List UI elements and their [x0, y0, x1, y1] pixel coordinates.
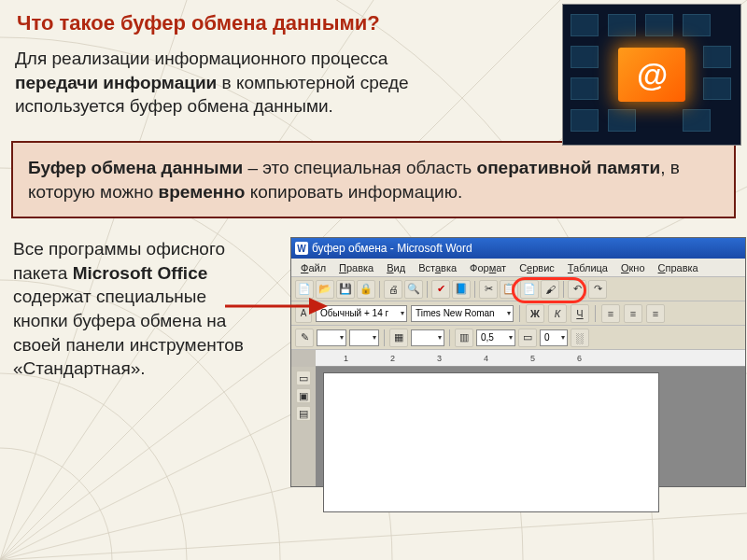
style-combo[interactable]: Обычный + 14 г [316, 305, 407, 322]
menu-help[interactable]: Справка [653, 260, 704, 275]
research-button[interactable]: 📘 [452, 280, 471, 299]
align-left-button[interactable]: ≡ [601, 304, 620, 323]
view-buttons-gutter: ▭ ▣ ▤ [291, 367, 316, 486]
word-menubar: Файл Правка Вид Вставка Формат Сервис Та… [291, 259, 745, 277]
menu-insert[interactable]: Вставка [413, 260, 462, 275]
menu-tools[interactable]: Сервис [514, 260, 560, 275]
spellcheck-button[interactable]: ✔ [431, 280, 450, 299]
extra-toolbar: ✎ ▦ ▥ 0,5 ▭ 0 ░ [291, 326, 745, 350]
decorative-image-network: @ [562, 4, 741, 146]
intro-text-bold: передачи информации [15, 73, 217, 92]
def-p3: копировать информацию. [245, 182, 462, 202]
copy-button[interactable]: 📋 [500, 280, 518, 299]
print-button[interactable]: 🖨 [384, 280, 402, 299]
menu-file[interactable]: Файл [295, 260, 331, 275]
menu-view[interactable]: Вид [381, 260, 411, 275]
underline-button[interactable]: Ч [571, 304, 589, 323]
svg-marker-14 [309, 298, 328, 315]
web-view-button[interactable]: ▣ [296, 388, 311, 403]
undo-button[interactable]: ↶ [568, 280, 586, 299]
separator [427, 281, 428, 298]
align-right-button[interactable]: ≡ [646, 304, 665, 323]
standard-toolbar: 📄 📂 💾 🔒 🖨 🔍 ✔ 📘 ✂ 📋 📄 🖌 ↶ [291, 277, 745, 301]
ruler[interactable]: 1 2 3 4 5 6 [316, 350, 745, 367]
word-window: W буфер обмена - Microsoft Word Файл Пра… [290, 237, 746, 487]
shading-button[interactable]: ░ [571, 329, 589, 347]
menu-window[interactable]: Окно [615, 260, 651, 275]
separator [379, 281, 380, 298]
menu-table[interactable]: Таблица [562, 260, 613, 275]
separator [474, 281, 475, 298]
font-combo[interactable]: Times New Roman [411, 305, 514, 322]
def-b2: оперативной памяти [477, 158, 661, 177]
svg-line-6 [0, 513, 747, 560]
redo-button[interactable]: ↷ [588, 280, 607, 299]
print-view-button[interactable]: ▤ [296, 406, 311, 421]
separator [384, 329, 385, 346]
menu-edit[interactable]: Правка [333, 260, 379, 275]
def-b1: Буфер обмена данными [28, 158, 243, 177]
word-app-icon: W [295, 242, 308, 255]
border-button[interactable]: ▭ [518, 329, 537, 347]
def-b3: временно [159, 182, 246, 202]
paste-button[interactable]: 📄 [520, 280, 539, 299]
separator [595, 305, 596, 322]
at-sign-icon: @ [618, 48, 685, 102]
format-painter-button[interactable]: 🖌 [541, 280, 559, 299]
indent-combo[interactable]: 0 [540, 329, 568, 346]
cut-button[interactable]: ✂ [479, 280, 498, 299]
bold-button[interactable]: Ж [526, 304, 544, 323]
word-screenshot: W буфер обмена - Microsoft Word Файл Пра… [270, 237, 743, 487]
intro-text-pre: Для реализации информационного процесса [15, 49, 388, 68]
table-button[interactable]: ▦ [389, 329, 408, 347]
definition-box: Буфер обмена данными – это специальная о… [11, 141, 736, 218]
word-titlebar: W буфер обмена - Microsoft Word [291, 238, 745, 259]
document-canvas[interactable] [316, 367, 745, 486]
toolbar3-combo3[interactable] [411, 329, 444, 346]
separator [563, 281, 564, 298]
save-button[interactable]: 💾 [336, 280, 355, 299]
menu-format[interactable]: Формат [464, 260, 512, 275]
office-paragraph: Все программы офисного пакета Microsoft … [13, 237, 261, 487]
para3-bold: Microsoft Office [73, 263, 208, 283]
columns-button[interactable]: ▥ [455, 329, 473, 347]
draw-button[interactable]: ✎ [295, 329, 314, 347]
italic-button[interactable]: К [548, 304, 567, 323]
def-p1: – это специальная область [243, 158, 476, 177]
permission-button[interactable]: 🔒 [357, 280, 375, 299]
spacing-combo[interactable]: 0,5 [476, 329, 515, 346]
formatting-toolbar: A Обычный + 14 г Times New Roman Ж К Ч ≡… [291, 301, 745, 326]
word-title-text: буфер обмена - Microsoft Word [312, 242, 472, 255]
separator [519, 305, 520, 322]
intro-paragraph: Для реализации информационного процесса … [0, 41, 467, 128]
document-page[interactable] [323, 372, 659, 512]
separator [449, 329, 450, 346]
toolbar3-combo2[interactable] [349, 329, 379, 346]
normal-view-button[interactable]: ▭ [296, 371, 311, 385]
arrow-icon [225, 293, 328, 319]
preview-button[interactable]: 🔍 [404, 280, 423, 299]
para3-post: содержат специальные кнопки буфера обмен… [13, 287, 244, 378]
align-center-button[interactable]: ≡ [624, 304, 642, 323]
toolbar3-combo1[interactable] [317, 329, 346, 346]
